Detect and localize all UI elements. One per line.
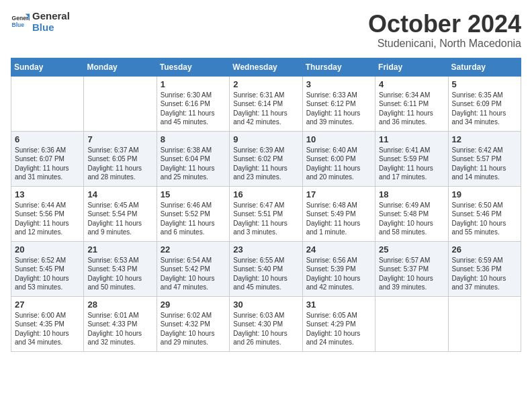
day-number: 29 bbox=[161, 300, 226, 310]
logo-icon: General Blue bbox=[11, 13, 30, 32]
day-info: Sunrise: 6:35 AM Sunset: 6:09 PM Dayligh… bbox=[452, 91, 517, 127]
day-number: 31 bbox=[306, 300, 371, 310]
day-number: 3 bbox=[306, 79, 371, 89]
sunrise-time: Sunrise: 6:59 AM bbox=[452, 257, 503, 264]
daylight-hours: Daylight: 11 hours and 28 minutes. bbox=[87, 165, 142, 181]
location-title: Studenicani, North Macedonia bbox=[368, 38, 521, 50]
calendar-week-row: 20 Sunrise: 6:52 AM Sunset: 5:45 PM Dayl… bbox=[11, 241, 521, 296]
weekday-header-row: SundayMondayTuesdayWednesdayThursdayFrid… bbox=[11, 58, 521, 76]
day-info: Sunrise: 6:30 AM Sunset: 6:16 PM Dayligh… bbox=[161, 91, 226, 127]
day-info: Sunrise: 6:00 AM Sunset: 4:35 PM Dayligh… bbox=[15, 311, 80, 347]
calendar-cell: 21 Sunrise: 6:53 AM Sunset: 5:43 PM Dayl… bbox=[84, 241, 157, 296]
calendar-cell bbox=[84, 76, 157, 131]
calendar-cell: 22 Sunrise: 6:54 AM Sunset: 5:42 PM Dayl… bbox=[157, 241, 229, 296]
sunrise-time: Sunrise: 6:39 AM bbox=[233, 146, 284, 154]
calendar-week-row: 13 Sunrise: 6:44 AM Sunset: 5:56 PM Dayl… bbox=[11, 186, 521, 241]
calendar-cell: 28 Sunrise: 6:01 AM Sunset: 4:33 PM Dayl… bbox=[84, 296, 157, 351]
sunset-time: Sunset: 6:02 PM bbox=[233, 155, 283, 163]
calendar-cell: 19 Sunrise: 6:50 AM Sunset: 5:46 PM Dayl… bbox=[448, 186, 521, 241]
day-info: Sunrise: 6:47 AM Sunset: 5:51 PM Dayligh… bbox=[233, 201, 298, 237]
day-info: Sunrise: 6:53 AM Sunset: 5:43 PM Dayligh… bbox=[87, 256, 152, 292]
logo-wordmark: General Blue bbox=[32, 11, 70, 33]
day-info: Sunrise: 6:49 AM Sunset: 5:48 PM Dayligh… bbox=[379, 201, 444, 237]
weekday-header-sunday: Sunday bbox=[11, 58, 84, 76]
sunrise-time: Sunrise: 6:31 AM bbox=[233, 91, 284, 99]
sunset-time: Sunset: 6:12 PM bbox=[306, 100, 356, 107]
daylight-hours: Daylight: 11 hours and 31 minutes. bbox=[15, 165, 69, 181]
day-info: Sunrise: 6:54 AM Sunset: 5:42 PM Dayligh… bbox=[161, 256, 226, 292]
daylight-hours: Daylight: 11 hours and 34 minutes. bbox=[452, 109, 506, 126]
sunrise-time: Sunrise: 6:56 AM bbox=[306, 257, 357, 264]
calendar-cell: 11 Sunrise: 6:41 AM Sunset: 5:59 PM Dayl… bbox=[375, 131, 448, 186]
daylight-hours: Daylight: 11 hours and 39 minutes. bbox=[306, 109, 361, 126]
day-info: Sunrise: 6:05 AM Sunset: 4:29 PM Dayligh… bbox=[306, 311, 371, 347]
calendar-cell bbox=[11, 76, 84, 131]
sunrise-time: Sunrise: 6:36 AM bbox=[15, 146, 66, 154]
logo: General Blue General Blue bbox=[11, 11, 70, 33]
daylight-hours: Daylight: 10 hours and 37 minutes. bbox=[452, 275, 506, 291]
calendar-cell: 31 Sunrise: 6:05 AM Sunset: 4:29 PM Dayl… bbox=[302, 296, 375, 351]
sunrise-time: Sunrise: 6:34 AM bbox=[379, 91, 430, 99]
sunrise-time: Sunrise: 6:45 AM bbox=[87, 201, 138, 209]
day-info: Sunrise: 6:41 AM Sunset: 5:59 PM Dayligh… bbox=[379, 146, 444, 182]
day-info: Sunrise: 6:57 AM Sunset: 5:37 PM Dayligh… bbox=[379, 256, 444, 292]
day-number: 17 bbox=[306, 189, 371, 199]
day-number: 5 bbox=[452, 79, 517, 89]
day-number: 16 bbox=[233, 189, 298, 199]
daylight-hours: Daylight: 11 hours and 3 minutes. bbox=[233, 220, 287, 236]
day-number: 10 bbox=[306, 134, 371, 144]
sunset-time: Sunset: 4:32 PM bbox=[161, 320, 210, 328]
sunrise-time: Sunrise: 6:55 AM bbox=[233, 257, 284, 264]
day-info: Sunrise: 6:50 AM Sunset: 5:46 PM Dayligh… bbox=[452, 201, 517, 237]
sunset-time: Sunset: 5:59 PM bbox=[379, 155, 429, 163]
calendar-cell: 7 Sunrise: 6:37 AM Sunset: 6:05 PM Dayli… bbox=[84, 131, 157, 186]
sunset-time: Sunset: 6:11 PM bbox=[379, 100, 429, 107]
day-info: Sunrise: 6:42 AM Sunset: 5:57 PM Dayligh… bbox=[452, 146, 517, 182]
sunrise-time: Sunrise: 6:38 AM bbox=[161, 146, 212, 154]
sunset-time: Sunset: 5:39 PM bbox=[306, 265, 356, 273]
calendar-cell: 13 Sunrise: 6:44 AM Sunset: 5:56 PM Dayl… bbox=[11, 186, 84, 241]
weekday-header-wednesday: Wednesday bbox=[230, 58, 302, 76]
calendar-cell: 2 Sunrise: 6:31 AM Sunset: 6:14 PM Dayli… bbox=[230, 76, 302, 131]
sunrise-time: Sunrise: 6:41 AM bbox=[379, 146, 430, 154]
title-area: October 2024 Studenicani, North Macedoni… bbox=[368, 11, 521, 50]
day-info: Sunrise: 6:01 AM Sunset: 4:33 PM Dayligh… bbox=[87, 311, 152, 347]
weekday-header-saturday: Saturday bbox=[448, 58, 521, 76]
day-info: Sunrise: 6:59 AM Sunset: 5:36 PM Dayligh… bbox=[452, 256, 517, 292]
sunrise-time: Sunrise: 6:47 AM bbox=[233, 201, 284, 209]
day-info: Sunrise: 6:33 AM Sunset: 6:12 PM Dayligh… bbox=[306, 91, 371, 127]
sunset-time: Sunset: 5:49 PM bbox=[306, 210, 356, 218]
day-number: 23 bbox=[233, 244, 298, 255]
daylight-hours: Daylight: 10 hours and 26 minutes. bbox=[233, 330, 287, 347]
sunset-time: Sunset: 6:14 PM bbox=[233, 100, 283, 107]
day-info: Sunrise: 6:55 AM Sunset: 5:40 PM Dayligh… bbox=[233, 256, 298, 292]
sunrise-time: Sunrise: 6:35 AM bbox=[452, 91, 503, 99]
day-number: 8 bbox=[161, 134, 226, 144]
calendar-cell bbox=[375, 296, 448, 351]
calendar-cell: 24 Sunrise: 6:56 AM Sunset: 5:39 PM Dayl… bbox=[302, 241, 375, 296]
sunset-time: Sunset: 5:36 PM bbox=[452, 265, 502, 273]
daylight-hours: Daylight: 10 hours and 24 minutes. bbox=[306, 330, 361, 347]
calendar-cell: 8 Sunrise: 6:38 AM Sunset: 6:04 PM Dayli… bbox=[157, 131, 229, 186]
daylight-hours: Daylight: 11 hours and 17 minutes. bbox=[379, 165, 433, 181]
day-number: 13 bbox=[15, 189, 80, 199]
day-number: 12 bbox=[452, 134, 517, 144]
sunset-time: Sunset: 5:48 PM bbox=[379, 210, 429, 218]
daylight-hours: Daylight: 11 hours and 9 minutes. bbox=[87, 220, 142, 236]
daylight-hours: Daylight: 10 hours and 29 minutes. bbox=[161, 330, 215, 347]
daylight-hours: Daylight: 10 hours and 58 minutes. bbox=[379, 220, 433, 236]
sunset-time: Sunset: 6:00 PM bbox=[306, 155, 356, 163]
calendar-cell: 12 Sunrise: 6:42 AM Sunset: 5:57 PM Dayl… bbox=[448, 131, 521, 186]
day-number: 18 bbox=[379, 189, 444, 199]
sunset-time: Sunset: 5:51 PM bbox=[233, 210, 283, 218]
day-info: Sunrise: 6:03 AM Sunset: 4:30 PM Dayligh… bbox=[233, 311, 298, 347]
daylight-hours: Daylight: 11 hours and 20 minutes. bbox=[306, 165, 361, 181]
day-number: 2 bbox=[233, 79, 298, 89]
calendar-cell: 10 Sunrise: 6:40 AM Sunset: 6:00 PM Dayl… bbox=[302, 131, 375, 186]
calendar-cell: 27 Sunrise: 6:00 AM Sunset: 4:35 PM Dayl… bbox=[11, 296, 84, 351]
sunset-time: Sunset: 6:04 PM bbox=[161, 155, 210, 163]
day-info: Sunrise: 6:56 AM Sunset: 5:39 PM Dayligh… bbox=[306, 256, 371, 292]
daylight-hours: Daylight: 10 hours and 50 minutes. bbox=[87, 275, 142, 291]
day-number: 9 bbox=[233, 134, 298, 144]
day-number: 30 bbox=[233, 300, 298, 310]
